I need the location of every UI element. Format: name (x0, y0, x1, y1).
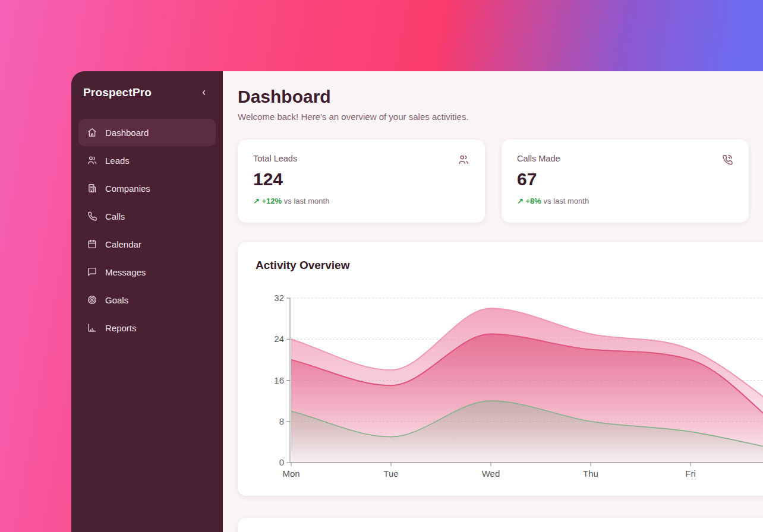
building-icon (87, 183, 97, 194)
svg-text:Thu: Thu (583, 468, 598, 479)
phone-call-icon (721, 154, 733, 166)
sidebar-item-dashboard[interactable]: Dashboard (78, 119, 216, 146)
message-icon (87, 267, 97, 277)
main-content: Dashboard Welcome back! Here's an overvi… (223, 71, 763, 532)
svg-text:24: 24 (274, 334, 284, 344)
sidebar-item-leads[interactable]: Leads (78, 147, 216, 174)
svg-text:Mon: Mon (282, 468, 299, 479)
trend-up-icon: ↗ (517, 197, 524, 205)
users-icon (87, 155, 97, 166)
stats-grid: Total Leads124↗ +12% vs last monthCalls … (238, 140, 763, 223)
sidebar-nav: DashboardLeadsCompaniesCallsCalendarMess… (78, 119, 216, 341)
stat-value: 67 (517, 169, 733, 189)
sidebar-item-label: Reports (105, 323, 137, 333)
target-icon (87, 294, 97, 305)
sidebar-item-calendar[interactable]: Calendar (78, 230, 216, 258)
svg-text:16: 16 (274, 375, 284, 385)
svg-text:Tue: Tue (383, 468, 398, 479)
stat-delta: ↗ +8% vs last month (517, 197, 733, 205)
sidebar-item-label: Companies (105, 183, 150, 194)
calendar-icon (87, 239, 97, 249)
stat-delta-text: vs last month (284, 197, 330, 205)
stat-card-total-leads: Total Leads124↗ +12% vs last month (238, 140, 485, 223)
page-subtitle: Welcome back! Here's an overview of your… (238, 112, 763, 122)
stat-card-calls-made: Calls Made67↗ +8% vs last month (502, 140, 749, 223)
chart-title: Activity Overview (256, 259, 349, 272)
stat-delta-percent: +8% (526, 197, 541, 205)
sidebar: ProspectPro DashboardLeadsCompaniesCalls… (71, 71, 223, 532)
chevron-left-icon (200, 88, 208, 97)
next-section-card (238, 518, 763, 532)
app-title: ProspectPro (83, 86, 152, 99)
bar-chart-icon (87, 322, 97, 333)
page-title: Dashboard (238, 87, 763, 107)
stat-delta: ↗ +12% vs last month (253, 197, 469, 205)
sidebar-collapse-button[interactable] (197, 86, 211, 100)
sidebar-item-label: Calls (105, 211, 125, 221)
stat-value: 124 (253, 169, 469, 189)
svg-text:0: 0 (279, 457, 284, 467)
sidebar-item-companies[interactable]: Companies (78, 175, 216, 202)
sidebar-header: ProspectPro (78, 86, 216, 100)
sidebar-item-messages[interactable]: Messages (78, 258, 216, 286)
sidebar-item-calls[interactable]: Calls (78, 202, 216, 230)
svg-text:8: 8 (279, 416, 284, 426)
activity-overview-card: Activity Overview 08162432MonTueWedThuFr… (238, 242, 763, 496)
stat-delta-text: vs last month (544, 197, 589, 205)
activity-chart: 08162432MonTueWedThuFriSat (238, 285, 763, 487)
phone-icon (87, 211, 97, 221)
stat-label: Calls Made (517, 154, 560, 163)
svg-text:32: 32 (274, 293, 284, 303)
sidebar-item-label: Calendar (105, 239, 141, 249)
svg-text:Wed: Wed (482, 468, 500, 479)
sidebar-item-goals[interactable]: Goals (78, 286, 216, 314)
sidebar-item-label: Goals (105, 295, 128, 305)
users-icon (458, 154, 469, 166)
home-icon (87, 127, 97, 138)
svg-text:Fri: Fri (685, 468, 696, 479)
stat-delta-percent: +12% (262, 197, 282, 205)
stat-label: Total Leads (253, 154, 297, 163)
trend-up-icon: ↗ (253, 197, 260, 205)
sidebar-item-label: Messages (105, 267, 146, 277)
sidebar-item-label: Dashboard (105, 128, 149, 138)
sidebar-item-reports[interactable]: Reports (78, 314, 216, 341)
sidebar-item-label: Leads (105, 156, 130, 166)
